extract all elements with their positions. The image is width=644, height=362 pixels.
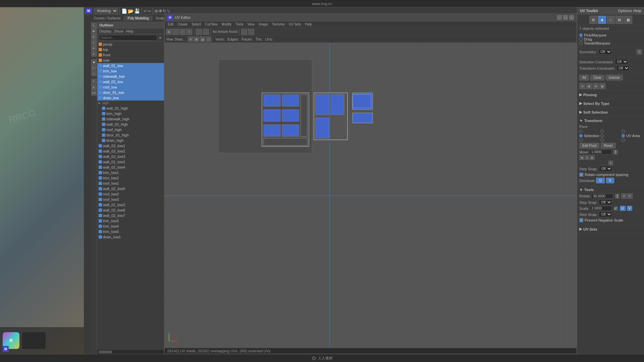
outliner-item-sidewalkhigh[interactable]: sidewalk_high (97, 116, 164, 122)
toolkit-icon-4[interactable]: ⊠ (615, 16, 624, 24)
uv-sets-header[interactable]: ▶ UV Sets (579, 226, 642, 232)
outliner-item-wall01low1[interactable]: wall_01_low1 (97, 159, 164, 165)
outliner-item-front[interactable]: front (97, 52, 164, 58)
lasso-tool[interactable]: ⊙ (91, 51, 97, 57)
outliner-item-high-group[interactable]: ▶ high (97, 101, 164, 106)
outliner-item-sidewalklow[interactable]: sidewalk_low (97, 74, 164, 79)
pinning-header[interactable]: ▶ Pinning (579, 92, 642, 98)
pivot-radio-selection[interactable]: Selection (579, 134, 600, 138)
uv-menu-uvsets[interactable]: UV Sets (287, 22, 303, 26)
select-tool[interactable]: ↖ (91, 23, 97, 28)
uv-edge-mode[interactable]: — (179, 29, 185, 35)
outliner-item-wall02low5[interactable]: wall_02_low5 (97, 186, 164, 191)
retain-spacing-checkbox[interactable]: ✓ (579, 173, 583, 177)
sel-constraint-select[interactable]: Off (615, 59, 628, 65)
rotate-tool[interactable]: ↻ (91, 34, 97, 40)
outliner-item-wall02low[interactable]: wall_02_low (97, 79, 164, 84)
outliner-item-wall01low2[interactable]: wall_01_low2 (97, 202, 164, 207)
uv-menu-view[interactable]: View (246, 22, 257, 26)
toolkit-icon-5[interactable]: ▦ (624, 16, 632, 24)
outliner-filter-icon[interactable]: ▼ (158, 36, 162, 40)
outliner-item-side[interactable]: side (97, 58, 164, 63)
move-center-btn[interactable]: ⊙ (585, 155, 589, 160)
pivot-radio-2[interactable] (600, 130, 621, 133)
vertex-tool[interactable]: ◆ (91, 59, 97, 65)
radio-drag[interactable]: Drag (579, 37, 642, 41)
toolkit-help[interactable]: Help (633, 9, 641, 13)
all-button[interactable]: All (579, 75, 589, 80)
scale-input[interactable] (590, 206, 612, 211)
uv-menu-tools[interactable]: Tools (234, 22, 245, 26)
open-file-icon[interactable]: 📂 (128, 8, 133, 14)
uv-zoom-icon[interactable] (248, 29, 254, 35)
reset-button[interactable]: Reset (601, 143, 615, 148)
maximize-button[interactable]: □ (563, 15, 568, 20)
new-file-icon[interactable]: 📄 (121, 8, 127, 14)
move-down-btn[interactable]: ▼ (608, 161, 613, 165)
radio-pick-marquee[interactable]: Pick/Marquee (579, 33, 642, 37)
pivot-radio-1[interactable] (579, 130, 600, 133)
uv-viewport[interactable]: U V (165, 43, 577, 348)
outliner-item-wall02high[interactable]: wall_02_high (97, 122, 164, 127)
outliner-item-rooflow3[interactable]: roof_low3 (97, 197, 164, 202)
save-file-icon[interactable]: 💾 (134, 8, 140, 14)
pivot-radio-uvarea[interactable]: UV Area (622, 134, 642, 138)
outliner-item-wall02low1[interactable]: wall_02_low1 (97, 143, 164, 148)
pivot-dot-3[interactable] (622, 130, 625, 133)
rotate-input[interactable] (591, 194, 613, 199)
scale-lock-icon[interactable]: 🔗 (614, 206, 618, 210)
outliner-item-door01low[interactable]: door_01_low (97, 90, 164, 95)
uv-menu-image[interactable]: Image (257, 22, 270, 26)
outliner-item-drainlow[interactable]: drain_low (97, 95, 164, 101)
uv-menu-help[interactable]: Help (303, 22, 314, 26)
uv-fit-icon[interactable] (241, 29, 247, 35)
tab-curves-surfaces[interactable]: Curves / Surfaces (91, 16, 124, 21)
grid-icon-1[interactable]: ⊞ (579, 83, 585, 89)
pivot-dot-1[interactable] (579, 130, 583, 133)
symmetry-settings-icon[interactable]: ⚙ (637, 49, 642, 55)
mode-selector[interactable]: Modeling (94, 8, 118, 14)
scale-icon[interactable]: ⤡ (167, 9, 170, 13)
uv-view-btn[interactable]: View (166, 38, 173, 41)
pivot-radio-7[interactable] (622, 138, 642, 142)
uv-menu-edit[interactable]: Edit (166, 22, 175, 26)
pivot-dot-4[interactable] (600, 134, 604, 137)
outliner-item-wall02low4[interactable]: wall_02_low4 (97, 165, 164, 170)
outliner-item-rooflow[interactable]: roof_low (97, 84, 164, 90)
uv-disp-icon4[interactable]: □ (206, 37, 211, 42)
pivot-dot-7[interactable] (622, 138, 625, 142)
outliner-item-trimhigh[interactable]: trim_high (97, 111, 164, 116)
outliner-item-wall01low[interactable]: wall_01_low (97, 63, 164, 68)
outliner-item-rooflow2[interactable]: roof_low2 (97, 191, 164, 197)
outliner-item-trimlow3[interactable]: trim_low3 (97, 218, 164, 224)
scale-u-button[interactable]: U (620, 206, 626, 211)
outliner-item-persp[interactable]: persp (97, 42, 164, 47)
move-tool[interactable]: ✥ (91, 28, 97, 34)
outliner-item-wall02low2[interactable]: wall_02_low2 (97, 148, 164, 154)
toolkit-options[interactable]: Options (618, 9, 632, 13)
uv-disp-icon3[interactable]: ◪ (200, 37, 205, 42)
tools-header[interactable]: ▼ Tools (579, 187, 642, 192)
tab-poly-modeling[interactable]: Poly Modeling (124, 16, 152, 21)
toolkit-icon-2[interactable]: ◆ (598, 16, 606, 24)
move-left-btn[interactable]: ◀ (579, 155, 584, 160)
toolkit-icon-3[interactable]: □ (607, 16, 615, 24)
inverse-button[interactable]: Inverse (606, 75, 623, 80)
pivot-radio-3[interactable] (622, 130, 642, 133)
move-right-btn[interactable]: ▶ (590, 155, 595, 160)
scale-v-button[interactable]: V (627, 206, 633, 211)
snap-tool[interactable]: ⌖ (91, 79, 97, 84)
move-input[interactable] (590, 149, 611, 155)
uv-snap-icon[interactable] (196, 29, 202, 35)
outliner-menu-display[interactable]: Display (99, 29, 111, 33)
uv-menu-cutsew[interactable]: Cut/Sew (203, 22, 219, 26)
pivot-radio-6[interactable] (600, 138, 621, 142)
outliner-item-roofhigh[interactable]: roof_high (97, 127, 164, 132)
grid-icon-4[interactable]: ▩ (599, 83, 605, 89)
radio-pick-dot[interactable] (579, 34, 583, 37)
uv-shad-btn[interactable]: Shad... (175, 38, 185, 41)
rotate-step-snap-select[interactable]: Off (599, 199, 612, 205)
rotate-icon[interactable]: ↻ (163, 9, 166, 13)
grid-icon-2[interactable]: ▦ (586, 83, 592, 89)
rotate-up-btn[interactable]: ▲ (615, 194, 619, 196)
